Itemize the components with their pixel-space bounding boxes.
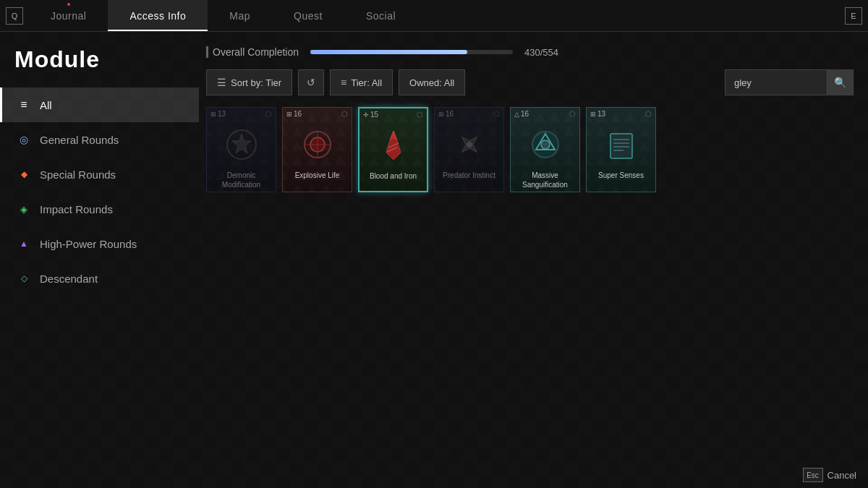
general-rounds-icon: [17, 132, 31, 147]
high-power-rounds-icon: [17, 236, 31, 251]
sidebar: Module All General Rounds Special Rounds…: [0, 32, 199, 488]
page-title: Module: [0, 46, 199, 87]
completion-value: 430/554: [524, 47, 558, 58]
refresh-icon: ↺: [307, 77, 315, 88]
tab-social[interactable]: Social: [344, 0, 417, 31]
tier-icon: ⊞: [438, 111, 444, 118]
refresh-button[interactable]: ↺: [298, 69, 324, 95]
svg-point-9: [541, 140, 550, 149]
bookmark-icon: ⬡: [417, 111, 423, 119]
tier-value: 15: [370, 111, 378, 119]
owned-filter-button[interactable]: Owned: All: [399, 69, 465, 95]
card-top-bar: ⊞ 13 ⬡: [587, 108, 655, 120]
card-art-inner: [296, 123, 339, 166]
tier-icon: ⊞: [286, 111, 292, 118]
tier-value: 13: [218, 110, 226, 118]
completion-track: [310, 50, 513, 54]
sidebar-item-special-rounds[interactable]: Special Rounds: [0, 157, 199, 192]
impact-rounds-icon: [17, 202, 31, 216]
card-art: [283, 120, 352, 169]
card-name: Demonic Modification: [207, 169, 276, 191]
card-tier: ⊞ 16: [286, 110, 302, 118]
sort-label: Sort by: Tier: [231, 77, 281, 88]
card-tier: ⊞ 13: [590, 110, 605, 118]
card-massive-sanguification[interactable]: △ 16 ⬡ Massive Sanguification: [510, 107, 580, 192]
card-art: [435, 120, 503, 169]
card-name: Super Senses: [587, 169, 655, 181]
sidebar-label-general-rounds: General Rounds: [40, 134, 119, 146]
svg-point-7: [467, 142, 472, 147]
tier-value: 16: [446, 110, 454, 118]
card-tier: ⊞ 13: [210, 110, 226, 118]
search-button[interactable]: 🔍: [827, 69, 853, 95]
card-super-senses[interactable]: ⊞ 13 ⬡ Su: [586, 107, 656, 192]
tab-journal[interactable]: Journal: [29, 0, 108, 31]
card-art: [207, 120, 276, 169]
tier-filter-button[interactable]: ≡ Tier: All: [330, 69, 393, 95]
card-tier: ✛ 15: [363, 111, 378, 119]
bookmark-icon: ⬡: [493, 110, 500, 118]
sort-button[interactable]: ☰ Sort by: Tier: [206, 69, 292, 95]
sidebar-item-impact-rounds[interactable]: Impact Rounds: [0, 192, 199, 226]
card-top-bar: ⊞ 13 ⬡: [207, 108, 276, 120]
tab-quest[interactable]: Quest: [272, 0, 344, 31]
card-art: [359, 121, 427, 170]
completion-fill: [310, 50, 467, 54]
sidebar-label-high-power-rounds: High-Power Rounds: [40, 238, 137, 250]
sidebar-item-all[interactable]: All: [0, 87, 199, 122]
sidebar-label-special-rounds: Special Rounds: [40, 168, 116, 181]
card-top-bar: △ 16 ⬡: [511, 108, 579, 120]
card-explosive-life[interactable]: ⊞ 16 ⬡ Explosive Life: [282, 107, 352, 192]
cards-grid: ⊞ 13 ⬡ Demonic Modification: [206, 107, 854, 192]
bookmark-icon: ⬡: [569, 110, 576, 118]
card-name: Predator Instinct: [435, 169, 503, 181]
tier-icon: △: [514, 111, 519, 118]
tier-icon: ⊞: [590, 111, 596, 118]
owned-label: Owned: All: [409, 77, 454, 88]
card-blood-and-iron[interactable]: ✛ 15 ⬡ Blood and Iron: [358, 107, 428, 192]
svg-rect-10: [610, 134, 632, 158]
search-icon: 🔍: [834, 77, 846, 88]
card-tier: ⊞ 16: [438, 110, 454, 118]
card-top-bar: ⊞ 16 ⬡: [283, 108, 352, 120]
filter-row: ☰ Sort by: Tier ↺ ≡ Tier: All Owned: All…: [206, 69, 854, 95]
bookmark-icon: ⬡: [265, 110, 272, 118]
bookmark-icon: ⬡: [645, 110, 652, 118]
card-predator-instinct[interactable]: ⊞ 16 ⬡ Predator Instinct: [434, 107, 504, 192]
tier-label: Tier: All: [351, 77, 382, 88]
card-art-inner: [600, 123, 643, 166]
sidebar-item-high-power-rounds[interactable]: High-Power Rounds: [0, 226, 199, 261]
sort-icon: ☰: [217, 77, 226, 88]
bottom-bar: Esc Cancel: [791, 462, 868, 488]
card-art: [511, 120, 579, 169]
tier-value: 13: [597, 110, 605, 118]
completion-label: Overall Completion: [206, 46, 299, 58]
tier-value: 16: [521, 110, 529, 118]
card-top-bar: ✛ 15 ⬡: [359, 108, 427, 121]
esc-key: Esc: [803, 468, 823, 482]
sidebar-label-impact-rounds: Impact Rounds: [40, 203, 113, 215]
tier-icon: ✛: [363, 111, 369, 119]
layers-icon: [17, 98, 31, 112]
card-name: Blood and Iron: [359, 170, 427, 182]
card-demonic-modification[interactable]: ⊞ 13 ⬡ Demonic Modification: [206, 107, 276, 192]
sidebar-item-descendant[interactable]: Descendant: [0, 261, 199, 296]
right-panel: Overall Completion 430/554 ☰ Sort by: Ti…: [199, 32, 868, 488]
tab-map[interactable]: Map: [208, 0, 272, 31]
journal-dot: [67, 3, 70, 6]
descendant-icon: [17, 271, 31, 286]
tier-icon: ≡: [341, 77, 346, 88]
tier-icon: ⊞: [210, 111, 216, 118]
tab-access-info[interactable]: Access Info: [108, 0, 208, 31]
nav-left-key: Q: [6, 7, 23, 25]
main-content: Module All General Rounds Special Rounds…: [0, 32, 868, 488]
sidebar-item-general-rounds[interactable]: General Rounds: [0, 122, 199, 157]
card-name: Explosive Life: [283, 169, 352, 181]
card-art-inner: [448, 123, 491, 166]
search-box: 🔍: [725, 69, 854, 95]
search-input[interactable]: [726, 77, 827, 88]
bookmark-icon: ⬡: [341, 110, 348, 118]
top-navigation: Q Journal Access Info Map Quest Social E: [0, 0, 868, 32]
card-art-inner: [524, 123, 567, 166]
sidebar-label-all: All: [40, 99, 52, 111]
